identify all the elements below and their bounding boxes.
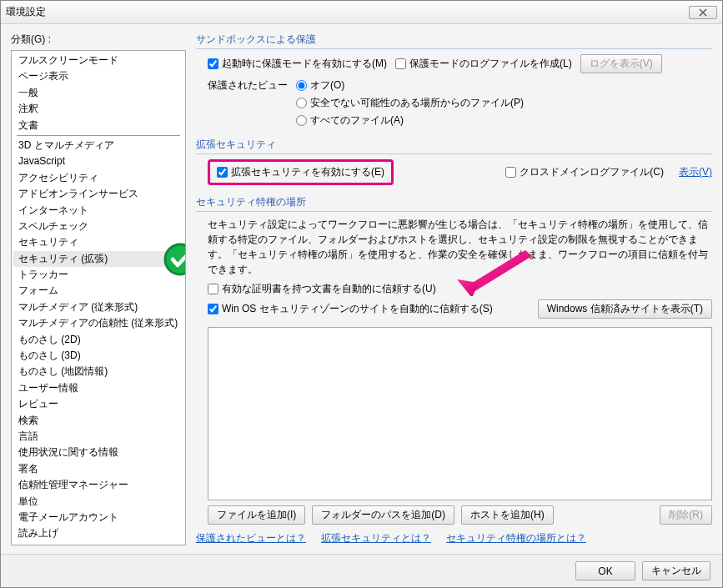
- cancel-button[interactable]: キャンセル: [642, 561, 710, 580]
- protected-view-off-radio[interactable]: オフ(O): [296, 78, 524, 93]
- add-host-button[interactable]: ホストを追加(H): [461, 505, 554, 525]
- titlebar: 環境設定: [1, 1, 722, 24]
- settings-panel: サンドボックスによる保護 起動時に保護モードを有効にする(M) 保護モードのログ…: [196, 33, 712, 545]
- sidebar-item[interactable]: 読み上げ: [13, 525, 183, 541]
- sidebar-item[interactable]: 信頼性管理マネージャー: [13, 477, 183, 493]
- sandbox-group: サンドボックスによる保護 起動時に保護モードを有効にする(M) 保護モードのログ…: [196, 33, 712, 131]
- sidebar-item[interactable]: ものさし (地図情報): [13, 364, 183, 379]
- sidebar-item[interactable]: スペルチェック: [13, 219, 183, 234]
- dialog-footer: OK キャンセル: [1, 554, 722, 587]
- privileged-locations-group: セキュリティ特権の場所 セキュリティ設定によってワークフローに悪影響が生じる場合…: [196, 195, 712, 545]
- privileged-description: セキュリティ設定によってワークフローに悪影響が生じる場合は、「セキュリティ特権の…: [196, 217, 712, 277]
- privileged-title: セキュリティ特権の場所: [196, 195, 712, 212]
- ok-button[interactable]: OK: [575, 561, 635, 580]
- sidebar-item[interactable]: ものさし (2D): [13, 332, 183, 348]
- sidebar-item[interactable]: 言語: [13, 429, 183, 445]
- sidebar-item[interactable]: 検索: [13, 413, 183, 429]
- help-privileged-locations-link[interactable]: セキュリティ特権の場所とは？: [446, 531, 586, 545]
- sidebar-item[interactable]: フォーム: [13, 283, 183, 299]
- sidebar-item[interactable]: マルチメディアの信頼性 (従来形式): [13, 315, 183, 331]
- sidebar-item[interactable]: セキュリティ (拡張): [13, 251, 183, 267]
- preferences-dialog: 環境設定 分類(G) : フルスクリーンモードページ表示一般注釈文書3D とマル…: [0, 0, 723, 588]
- sidebar-item[interactable]: ユーザー情報: [13, 380, 183, 396]
- create-log-checkbox[interactable]: 保護モードのログファイルを作成(L): [395, 57, 572, 71]
- privileged-locations-listbox[interactable]: [208, 327, 712, 500]
- highlight-annotation: 拡張セキュリティを有効にする(E): [208, 159, 394, 185]
- sidebar-divider: [17, 135, 180, 136]
- cross-domain-log-checkbox[interactable]: クロスドメインログファイル(C): [505, 165, 664, 179]
- enable-enhanced-security-checkbox[interactable]: 拡張セキュリティを有効にする(E): [217, 165, 384, 179]
- protected-view-all-radio[interactable]: すべてのファイル(A): [296, 113, 524, 128]
- sidebar-item[interactable]: セキュリティ: [13, 234, 183, 250]
- sidebar-item[interactable]: ものさし (3D): [13, 348, 183, 364]
- show-log-button[interactable]: ログを表示(V): [580, 54, 662, 73]
- remove-button[interactable]: 削除(R): [660, 505, 712, 525]
- sidebar-item[interactable]: アドビオンラインサービス: [13, 186, 183, 202]
- sidebar-item[interactable]: 署名: [13, 461, 183, 477]
- sidebar-item[interactable]: 文書: [13, 118, 183, 133]
- sidebar-item[interactable]: 使用状況に関する情報: [13, 445, 183, 460]
- trust-cert-docs-checkbox[interactable]: 有効な証明書を持つ文書を自動的に信頼する(U): [208, 282, 436, 296]
- trust-winos-checkbox[interactable]: Win OS セキュリティゾーンのサイトを自動的に信頼する(S): [208, 302, 493, 316]
- sandbox-title: サンドボックスによる保護: [196, 33, 712, 49]
- sidebar-item[interactable]: 電子メールアカウント: [13, 510, 183, 525]
- category-sidebar: 分類(G) : フルスクリーンモードページ表示一般注釈文書3D とマルチメディア…: [11, 33, 186, 545]
- enhanced-security-group: 拡張セキュリティ 拡張セキュリティを有効にする(E) クロスドメインログファイル…: [196, 138, 712, 188]
- sidebar-item[interactable]: 単位: [13, 494, 183, 510]
- show-windows-sites-button[interactable]: Windows 信頼済みサイトを表示(T): [538, 299, 712, 319]
- help-enhanced-security-link[interactable]: 拡張セキュリティとは？: [321, 531, 431, 545]
- help-protected-view-link[interactable]: 保護されたビューとは？: [196, 531, 306, 545]
- add-folder-button[interactable]: フォルダーのパスを追加(D): [312, 505, 454, 525]
- sidebar-item[interactable]: トラッカー: [13, 267, 183, 283]
- protected-view-unsafe-radio[interactable]: 安全でない可能性のある場所からのファイル(P): [296, 96, 524, 110]
- sidebar-item[interactable]: アクセシビリティ: [13, 170, 183, 186]
- enhanced-title: 拡張セキュリティ: [196, 138, 712, 154]
- window-title: 環境設定: [6, 5, 689, 19]
- sidebar-item[interactable]: マルチメディア (従来形式): [13, 299, 183, 315]
- category-label: 分類(G) :: [11, 33, 186, 47]
- sidebar-item[interactable]: フルスクリーンモード: [13, 53, 183, 68]
- close-button[interactable]: [689, 6, 717, 19]
- close-icon: [699, 8, 707, 17]
- sidebar-item[interactable]: レビュー: [13, 396, 183, 412]
- sidebar-item[interactable]: JavaScript: [13, 153, 183, 169]
- sidebar-item[interactable]: 注釈: [13, 101, 183, 117]
- sidebar-item[interactable]: インターネット: [13, 203, 183, 219]
- sidebar-item[interactable]: 3D とマルチメディア: [13, 138, 183, 153]
- protected-view-label: 保護されたビュー: [208, 78, 288, 93]
- add-file-button[interactable]: ファイルを追加(I): [208, 505, 305, 525]
- show-crossdomain-link[interactable]: 表示(V): [679, 165, 712, 179]
- enable-protected-mode-checkbox[interactable]: 起動時に保護モードを有効にする(M): [208, 57, 387, 71]
- sidebar-item[interactable]: ページ表示: [13, 68, 183, 84]
- sidebar-item[interactable]: 一般: [13, 85, 183, 101]
- category-list[interactable]: フルスクリーンモードページ表示一般注釈文書3D とマルチメディアJavaScri…: [11, 50, 186, 545]
